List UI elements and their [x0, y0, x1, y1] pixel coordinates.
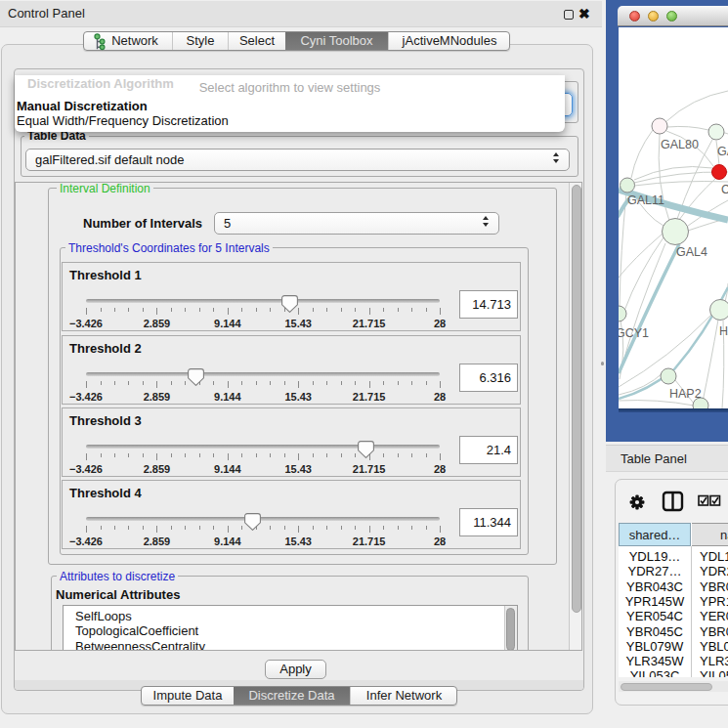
svg-text:GCY1: GCY1 — [619, 326, 649, 340]
svg-text:GAL4: GAL4 — [676, 245, 707, 259]
svg-text:HAP2: HAP2 — [669, 387, 702, 401]
svg-text:CY: CY — [721, 183, 728, 196]
svg-text:HA: HA — [719, 324, 728, 338]
svg-text:GAL80: GAL80 — [661, 138, 699, 151]
svg-text:GAL: GAL — [717, 145, 728, 158]
svg-text:GAL11: GAL11 — [627, 193, 664, 207]
